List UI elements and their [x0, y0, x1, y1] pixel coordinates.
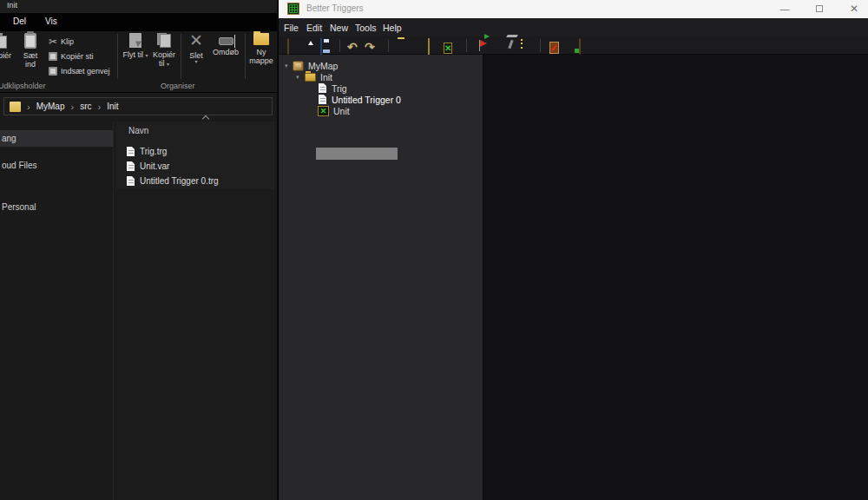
menu-help[interactable]: Help [383, 23, 402, 33]
paste-shortcut-button[interactable]: Indsæt genvej [49, 64, 110, 77]
collapse-chevron-icon[interactable] [202, 115, 209, 122]
breadcrumb-init[interactable]: Init [107, 102, 118, 111]
copy-to-button[interactable]: Kopiér til ▾ [150, 33, 178, 80]
tree-node-unit[interactable]: ✕ Unit [318, 105, 350, 116]
save-icon[interactable] [320, 39, 333, 52]
column-header-name[interactable]: Navn [128, 126, 148, 135]
sidebar-item-label: oud Files [2, 161, 37, 170]
sidebar-item-label: Personal [2, 202, 36, 212]
ribbon-separator [245, 34, 246, 79]
open-map-icon[interactable] [304, 39, 317, 52]
group-organize-label: Organiser [161, 82, 195, 90]
paste-button[interactable]: Sæt ind [18, 33, 43, 80]
file-row-untitled-trigger[interactable]: Untitled Trigger 0.trg [127, 174, 219, 188]
bt-window-title: Better Triggers [306, 3, 364, 13]
redo-icon[interactable]: ↷ [365, 39, 378, 52]
copy-path-button[interactable]: Kopiér sti [49, 49, 94, 62]
maximize-icon [816, 5, 823, 12]
file-list-pane: Navn Trig.trg Unit.var Untitled Trigger … [115, 122, 277, 500]
cut-label: Klip [61, 37, 74, 46]
enable-trigger-icon[interactable]: ✓ [549, 39, 562, 52]
rename-label: Omdøb [213, 48, 239, 56]
tree-node-mymap[interactable]: MyMap [293, 60, 338, 71]
trigger-comment-icon[interactable] [428, 39, 441, 52]
copy-button[interactable]: Kopiér [0, 33, 15, 80]
maximize-button[interactable] [806, 0, 832, 17]
new-variable-icon[interactable]: ✕ [444, 39, 457, 52]
tree-node-label: MyMap [308, 61, 338, 71]
bt-toolbar: ↶ ↷ ✕ ✓ [279, 36, 868, 55]
tree-node-untitled-trigger[interactable]: Untitled Trigger 0 [319, 94, 401, 105]
trigger-page-icon [319, 95, 326, 104]
navigation-pane: ang oud Files Personal [0, 122, 114, 500]
file-icon [127, 147, 135, 156]
copy-icon [0, 33, 7, 49]
rename-button[interactable]: Omdøb [210, 33, 241, 80]
new-folder-icon [253, 33, 269, 45]
bt-titlebar: Better Triggers — ✕ [279, 0, 868, 18]
menu-new[interactable]: New [330, 23, 348, 33]
new-action-icon[interactable] [506, 39, 519, 52]
breadcrumb-src[interactable]: src [80, 102, 91, 111]
tab-del[interactable]: Del [13, 16, 26, 26]
scissors-icon: ✂ [49, 36, 57, 47]
sidebar-item-quick-access[interactable]: ang [0, 130, 113, 147]
sidebar-item-personal[interactable]: Personal [0, 199, 113, 215]
toolbar-separator [339, 39, 340, 52]
file-name: Trig.trg [140, 147, 167, 156]
sidebar-item-cloud-files[interactable]: oud Files [0, 157, 113, 174]
file-row-unit[interactable]: Unit.var [127, 160, 169, 173]
expand-caret-icon[interactable]: ▾ [296, 74, 299, 81]
move-to-button[interactable]: Flyt til ▾ [122, 33, 148, 80]
copy-to-icon [157, 33, 171, 48]
menu-file[interactable]: File [284, 23, 299, 33]
new-folder-button[interactable]: Ny mappe [247, 33, 275, 80]
app-icon [287, 3, 299, 15]
tree-node-init[interactable]: Init [305, 71, 332, 82]
variable-icon: ✕ [318, 106, 329, 116]
tree-node-trig[interactable]: Trig [319, 82, 347, 94]
category-folder-icon [305, 73, 316, 82]
breadcrumb-chevron-icon: › [97, 102, 101, 112]
menu-edit[interactable]: Edit [306, 23, 322, 33]
new-condition-icon[interactable] [490, 39, 503, 52]
screenshot-root: Init Del Vis Kopiér Sæt ind ✂ Klip Kopié… [0, 0, 868, 500]
copy-to-label: Kopiér til [153, 50, 175, 68]
better-triggers-window: Better Triggers — ✕ File Edit New Tools … [278, 0, 868, 500]
tree-node-label: Unit [333, 106, 350, 116]
expand-caret-icon[interactable]: ▾ [285, 62, 288, 69]
undo-arrow-icon: ↶ [347, 40, 358, 54]
move-to-label: Flyt til [122, 50, 143, 59]
toolbar-separator [540, 39, 541, 52]
file-icon [127, 161, 135, 171]
file-row-trig[interactable]: Trig.trg [127, 145, 167, 158]
new-trigger-icon[interactable] [414, 39, 427, 52]
run-script-icon[interactable] [579, 39, 592, 52]
convert-script-icon[interactable] [523, 39, 536, 52]
script-scroll-icon [579, 38, 581, 55]
breadcrumb-mymap[interactable]: MyMap [36, 102, 65, 111]
cut-button[interactable]: ✂ Klip [49, 35, 74, 48]
floppy-icon [320, 38, 322, 55]
dropdown-caret-icon: ▾ [146, 53, 148, 58]
tree-node-label: Init [320, 72, 332, 82]
file-list: Navn Trig.trg Unit.var Untitled Trigger … [116, 122, 275, 189]
trigger-page-icon [319, 83, 326, 93]
menu-tools[interactable]: Tools [355, 23, 377, 33]
undo-icon[interactable]: ↶ [347, 39, 360, 52]
breadcrumb-chevron-icon: › [70, 102, 74, 112]
breadcrumb-chevron-icon: › [27, 102, 30, 112]
new-event-icon[interactable] [476, 39, 489, 52]
sidebar-item-label: ang [2, 134, 16, 143]
minimize-button[interactable]: — [772, 0, 798, 17]
new-category-icon[interactable] [398, 39, 411, 52]
close-button[interactable]: ✕ [841, 0, 867, 17]
rename-icon [219, 37, 233, 45]
tree-node-label: Trig [332, 83, 347, 94]
new-map-icon[interactable] [287, 39, 300, 52]
explorer-ribbon-tabs: Del Vis [0, 13, 277, 31]
delete-button[interactable]: ✕ Slet ▾ [184, 33, 208, 80]
address-bar[interactable]: › MyMap › src › Init [3, 97, 273, 115]
tab-vis[interactable]: Vis [45, 16, 57, 26]
explorer-window-title: Init [7, 1, 17, 10]
